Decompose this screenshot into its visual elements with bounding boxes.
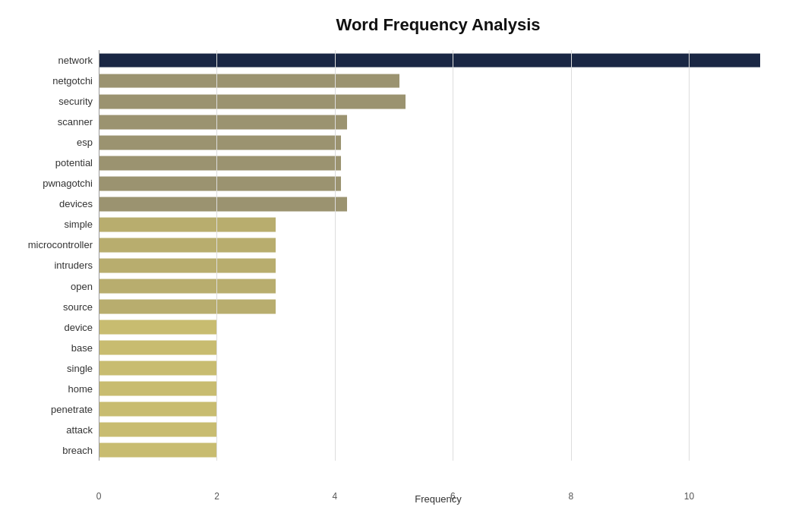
bar-fill [99, 115, 347, 129]
bar-fill [99, 382, 216, 396]
x-tick: 8 [569, 491, 574, 502]
bar-fill [99, 135, 341, 150]
bar-fill [99, 402, 216, 417]
bar-label: microcontroller [2, 239, 93, 250]
bar-label: breach [2, 445, 93, 456]
bar-label: devices [2, 198, 93, 209]
bar-fill [99, 176, 341, 190]
bar-fill [99, 443, 216, 458]
bar-row: netgotchi [99, 71, 778, 91]
x-tick: 0 [96, 491, 102, 502]
chart-container: Word Frequency Analysis networknetgotchi… [0, 0, 808, 532]
grid-line [216, 50, 217, 461]
bar-row: breach [99, 440, 778, 461]
bar-label: intruders [2, 260, 93, 271]
bar-label: home [2, 383, 93, 395]
bar-row: network [99, 50, 778, 71]
bar-label: penetrate [2, 404, 93, 415]
bar-row: microcontroller [99, 235, 778, 255]
bar-fill [99, 53, 760, 68]
bar-row: base [99, 338, 778, 358]
bar-fill [99, 156, 341, 170]
bar-label: open [2, 281, 93, 292]
grid-line [571, 50, 572, 461]
bar-fill [99, 361, 216, 376]
bar-label: simple [2, 219, 93, 230]
bar-row: attack [99, 420, 778, 440]
bar-fill [99, 320, 216, 335]
bar-row: potential [99, 153, 778, 173]
bar-row: home [99, 379, 778, 399]
chart-area: networknetgotchisecurityscanneresppotent… [99, 50, 778, 461]
grid-line [99, 50, 99, 461]
bar-fill [99, 94, 406, 109]
bar-fill [99, 74, 399, 88]
bar-label: pwnagotchi [2, 178, 93, 189]
bar-label: attack [2, 424, 93, 436]
bar-label: network [2, 55, 93, 66]
bar-label: netgotchi [2, 75, 93, 87]
bar-fill [99, 197, 347, 211]
bar-row: pwnagotchi [99, 173, 778, 194]
x-tick: 10 [684, 491, 694, 502]
bar-fill [99, 300, 276, 314]
x-tick: 2 [214, 491, 219, 502]
bar-row: security [99, 91, 778, 112]
grid-line [453, 50, 453, 461]
grid-line [689, 50, 690, 461]
bar-fill [99, 238, 276, 252]
bar-label: scanner [2, 116, 93, 127]
bar-label: source [2, 301, 93, 313]
bar-fill [99, 423, 216, 437]
chart-title: Word Frequency Analysis [99, 15, 778, 35]
bar-fill [99, 341, 216, 355]
bar-row: penetrate [99, 399, 778, 420]
bar-row: devices [99, 194, 778, 214]
bar-row: device [99, 317, 778, 338]
bar-row: open [99, 276, 778, 297]
bar-row: source [99, 297, 778, 317]
bar-row: intruders [99, 255, 778, 275]
bar-row: scanner [99, 112, 778, 132]
bar-label: single [2, 363, 93, 374]
bars-wrapper: networknetgotchisecurityscanneresppotent… [99, 50, 778, 461]
bar-fill [99, 259, 276, 273]
grid-line [335, 50, 336, 461]
bar-label: base [2, 342, 93, 354]
x-axis-label: Frequency [415, 493, 461, 505]
bar-row: single [99, 358, 778, 379]
x-tick: 4 [333, 491, 338, 502]
bar-fill [99, 279, 276, 294]
bar-row: esp [99, 132, 778, 153]
bar-label: potential [2, 157, 93, 168]
bar-label: esp [2, 137, 93, 148]
bar-label: device [2, 322, 93, 333]
bar-fill [99, 217, 276, 231]
bar-row: simple [99, 214, 778, 235]
bar-label: security [2, 96, 93, 107]
